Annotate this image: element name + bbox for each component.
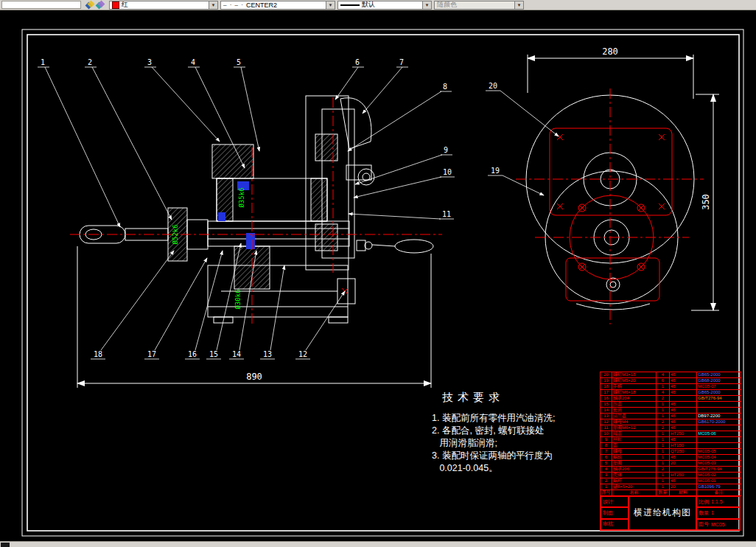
chevron-down-icon[interactable]: ▼ bbox=[422, 1, 431, 9]
bom-cell: 1 bbox=[657, 384, 670, 390]
bom-cell bbox=[670, 467, 697, 473]
bom-cell: 螺钉M6×18 bbox=[612, 390, 657, 396]
bom-row: 18手柄145MC05-07 bbox=[601, 384, 741, 390]
bom-cell: 法兰盘 bbox=[612, 414, 657, 419]
bom-cell: 轴承206 bbox=[612, 467, 657, 473]
bom-cell: 20 bbox=[601, 372, 612, 378]
bom-cell: 17 bbox=[601, 390, 612, 396]
lineweight-preview bbox=[340, 4, 360, 6]
bom-cell: 1 bbox=[657, 437, 670, 443]
bom-cell: 壳体 bbox=[612, 473, 657, 478]
bom-cell: 45 bbox=[670, 455, 697, 461]
bom-cell: 2 bbox=[657, 419, 670, 425]
bom-cell: 45 bbox=[670, 384, 697, 390]
titleblock-row-design: 设计 bbox=[601, 496, 629, 507]
bom-cell: DB97-2200 bbox=[697, 414, 741, 419]
scale-label: 比例 bbox=[699, 498, 709, 506]
bom-row: 13法兰盘145DB97-2200 bbox=[601, 414, 741, 419]
bom-cell bbox=[697, 408, 741, 414]
bom-cell: 螺母M4 bbox=[612, 419, 657, 425]
bom-cell: GB/T276-94 bbox=[697, 467, 741, 473]
color-control[interactable]: 红 ▼ bbox=[109, 1, 218, 10]
bom-cell: 1 bbox=[657, 455, 670, 461]
svg-text:18: 18 bbox=[94, 350, 102, 358]
bom-cell: 2 bbox=[657, 396, 670, 402]
bom-cell: MC05-07 bbox=[697, 384, 741, 390]
layer-properties-icon[interactable] bbox=[86, 1, 94, 9]
dwgno-cell: 图号 MC05 bbox=[696, 519, 740, 530]
toolbar-spacer bbox=[1, 1, 81, 9]
bom-row: 7螺母1QT250MC05-05 bbox=[601, 449, 741, 455]
bom-cell: GB65-2000 bbox=[697, 372, 741, 378]
bom-cell: GB1096-79 bbox=[697, 484, 741, 490]
dim-height: 350 bbox=[701, 194, 711, 210]
bom-row: 10端盖1HT250MC05-06 bbox=[601, 431, 741, 437]
dwgno-label: 图号 bbox=[699, 520, 709, 528]
drawing-canvas[interactable]: Ø52k6 Ø35k6 Ø30k6 bbox=[0, 10, 756, 541]
bom-row: 14套筒145 bbox=[601, 408, 741, 414]
bom-cell: 45 bbox=[670, 414, 697, 419]
svg-text:5: 5 bbox=[237, 58, 241, 66]
svg-text:13: 13 bbox=[263, 350, 272, 358]
bom-cell: 13 bbox=[601, 414, 612, 419]
bottom-scrollbar[interactable] bbox=[0, 541, 756, 547]
bom-cell: 1 bbox=[657, 402, 670, 408]
bom-row: 12螺母M4245GB6170-2000 bbox=[601, 419, 741, 425]
bom-cell: MC05-02 bbox=[697, 473, 741, 478]
bom-cell: 1 bbox=[657, 431, 670, 437]
end-view-red bbox=[516, 88, 704, 324]
bom-cell: GB68-2000 bbox=[697, 378, 741, 384]
tech-requirement-line: 2. 各配合, 密封, 螺钉联接处 bbox=[432, 425, 555, 437]
chevron-down-icon[interactable]: ▼ bbox=[514, 1, 523, 9]
bom-cell: 压盖 bbox=[612, 402, 657, 408]
bom-cell: 45 bbox=[670, 408, 697, 414]
bom-cell: 18 bbox=[601, 384, 612, 390]
bom-cell: MC05-01 bbox=[697, 478, 741, 484]
bom-cell: 45 bbox=[670, 437, 697, 443]
bom-cell: 45 bbox=[670, 372, 697, 378]
linetype-control[interactable]: – · – · CENTER2 ▼ bbox=[220, 1, 335, 10]
bom-cell: 垫圈M6×12 bbox=[612, 425, 657, 431]
bom-cell: 14 bbox=[601, 408, 612, 414]
svg-text:11: 11 bbox=[442, 210, 451, 218]
bom-cell: 1 bbox=[657, 473, 670, 478]
linetype-label: CENTER2 bbox=[246, 1, 277, 9]
color-label: 红 bbox=[122, 0, 128, 10]
bom-cell: 2 bbox=[657, 425, 670, 431]
svg-text:8: 8 bbox=[443, 83, 447, 91]
bom-cell: 16 bbox=[601, 396, 612, 402]
bom-cell: HT250 bbox=[670, 431, 697, 437]
cad-application: 红 ▼ – · – · CENTER2 ▼ 默认 ▼ 随颜色 ▼ bbox=[0, 0, 756, 547]
bom-row: 8盖1HT150 bbox=[601, 443, 741, 449]
bom-cell: 20 bbox=[670, 484, 697, 490]
svg-text:17: 17 bbox=[147, 350, 156, 358]
svg-text:12: 12 bbox=[298, 350, 307, 358]
bom-cell: 45 bbox=[670, 378, 697, 384]
lineweight-control[interactable]: 默认 ▼ bbox=[337, 1, 432, 10]
bom-cell: 1 bbox=[657, 449, 670, 455]
scale-value: 1:1.5 bbox=[711, 499, 723, 504]
bom-cell: GB/T276-94 bbox=[697, 396, 741, 402]
lineweight-label: 默认 bbox=[362, 0, 375, 10]
bom-cell bbox=[697, 437, 741, 443]
bom-cell: 7 bbox=[601, 449, 612, 455]
plotstyle-control[interactable]: 随颜色 ▼ bbox=[434, 1, 524, 10]
svg-text:3: 3 bbox=[147, 58, 152, 66]
chevron-down-icon[interactable]: ▼ bbox=[326, 1, 335, 9]
bom-cell: 手柄 bbox=[612, 384, 657, 390]
scroll-left-button[interactable] bbox=[1, 543, 10, 547]
bom-row: 1键8×5×20120GB1096-79 bbox=[601, 484, 741, 490]
tech-requirement-line: 用润滑脂润滑; bbox=[432, 437, 555, 450]
bom-row: 16轴承2042GB/T276-94 bbox=[601, 396, 741, 402]
svg-text:7: 7 bbox=[399, 58, 404, 66]
chevron-down-icon[interactable]: ▼ bbox=[209, 1, 217, 9]
bom-cell: 45 bbox=[670, 419, 697, 425]
titleblock-row-check: 审核 bbox=[601, 519, 629, 530]
bom-cell: 45 bbox=[670, 390, 697, 396]
section-view bbox=[80, 96, 433, 323]
svg-text:20: 20 bbox=[489, 82, 497, 90]
bom-cell: 4 bbox=[601, 467, 612, 473]
linetype-preview: – · – · bbox=[223, 1, 244, 8]
make-layer-current-icon[interactable] bbox=[97, 1, 104, 9]
tech-requirement-line: 0.021-0.045。 bbox=[432, 462, 555, 475]
